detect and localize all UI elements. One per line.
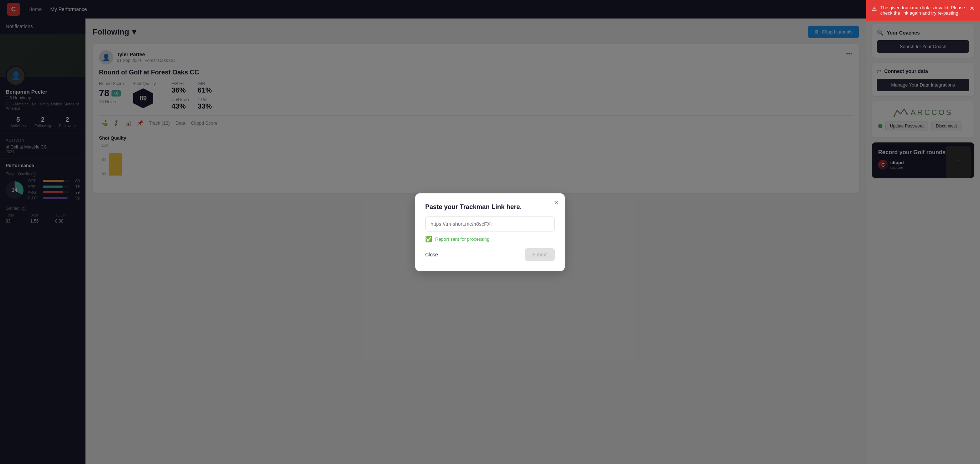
- trackman-link-input[interactable]: [425, 216, 555, 232]
- modal-close-button[interactable]: Close: [425, 252, 438, 257]
- success-text: Report sent for processing: [435, 237, 489, 242]
- toast-close-button[interactable]: ✕: [970, 5, 974, 12]
- toast-warning-icon: ⚠: [872, 5, 877, 12]
- modal-overlay[interactable]: Paste your Trackman Link here. ✕ ✅ Repor…: [0, 0, 980, 464]
- toast-message: The given trackman link is invalid. Plea…: [880, 5, 966, 16]
- modal-submit-button[interactable]: Submit: [525, 248, 555, 261]
- trackman-modal: Paste your Trackman Link here. ✕ ✅ Repor…: [415, 193, 565, 271]
- modal-close-x-button[interactable]: ✕: [554, 199, 559, 207]
- modal-actions: Close Submit: [425, 248, 555, 261]
- modal-success-message: ✅ Report sent for processing: [425, 236, 555, 243]
- success-check-icon: ✅: [425, 236, 432, 243]
- modal-title: Paste your Trackman Link here.: [425, 203, 555, 211]
- error-toast: ⚠ The given trackman link is invalid. Pl…: [866, 0, 980, 21]
